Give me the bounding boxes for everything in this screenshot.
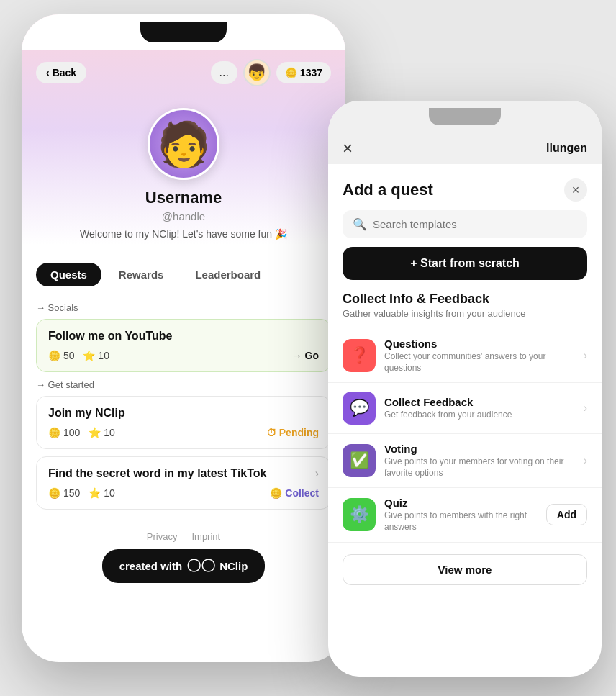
template-name-feedback: Collect Feedback (384, 396, 575, 408)
phone1-header: ‹ Back ... 👦 🪙 1337 (22, 50, 345, 95)
phone2-top-bar: × llungen (328, 132, 602, 164)
header-right: ... 👦 🪙 1337 (211, 59, 331, 86)
footer-links: Privacy Imprint (147, 531, 220, 542)
template-arrow-voting: › (584, 454, 587, 467)
view-more-row: View more (328, 543, 602, 597)
phone-left: ‹ Back ... 👦 🪙 1337 🧑 Username @handle W… (22, 14, 345, 662)
quest-meta-join: 🪙 100 ⭐ 10 ⏱ Pending (48, 427, 319, 438)
modal-title: Add a quest (343, 181, 433, 199)
phone1-notch-bar (22, 14, 345, 50)
template-name-quiz: Quiz (384, 497, 538, 509)
quest-action-collect[interactable]: 🪙 Collect (270, 487, 319, 499)
stars-reward-tiktok: ⭐ 10 (89, 487, 114, 499)
back-button[interactable]: ‹ Back (36, 62, 86, 83)
template-text-questions: Questions Collect your communities' answ… (384, 338, 575, 374)
modal-close-button[interactable]: × (564, 178, 587, 202)
tab-quests[interactable]: Quests (36, 263, 101, 286)
questions-icon: ❓ (343, 339, 376, 372)
created-label: created with (119, 560, 183, 572)
privacy-link[interactable]: Privacy (147, 531, 178, 542)
template-add-quiz-button[interactable]: Add (546, 504, 587, 525)
coins-reward: 🪙 50 (48, 350, 74, 361)
profile-username: Username (145, 189, 222, 207)
avatar[interactable]: 👦 (243, 59, 271, 86)
quest-card-join[interactable]: Join my NClip 🪙 100 ⭐ 10 ⏱ Pending (36, 396, 331, 449)
template-name-questions: Questions (384, 338, 575, 350)
quest-meta-youtube: 🪙 50 ⭐ 10 → Go (48, 350, 319, 361)
feedback-icon: 💬 (343, 392, 376, 425)
phone2-back-button[interactable]: × (343, 138, 353, 158)
quest-section: → Socials Follow me on YouTube 🪙 50 ⭐ 10… (22, 302, 345, 510)
section-label-getstarted: → Get started (36, 379, 331, 390)
template-text-quiz: Quiz Give points to members with the rig… (384, 497, 538, 533)
template-arrow-feedback: › (584, 402, 587, 415)
template-list: ❓ Questions Collect your communities' an… (328, 329, 602, 543)
brand-name: NClip (219, 560, 248, 572)
template-desc-questions: Collect your communities' answers to you… (384, 351, 575, 374)
quest-rewards-tiktok: 🪙 150 ⭐ 10 (48, 487, 115, 499)
quiz-icon: ⚙️ (343, 498, 376, 531)
template-name-voting: Voting (384, 443, 575, 455)
profile-avatar: 🧑 (148, 108, 219, 180)
quest-meta-tiktok: 🪙 150 ⭐ 10 🪙 Collect (48, 487, 319, 499)
back-label: Back (53, 67, 76, 78)
imprint-link[interactable]: Imprint (191, 531, 220, 542)
search-icon: 🔍 (353, 217, 367, 231)
quest-title-join: Join my NClip (48, 407, 319, 420)
options-button[interactable]: ... (211, 61, 237, 84)
coins-reward-tiktok: 🪙 150 (48, 487, 80, 499)
coins-reward-join: 🪙 100 (48, 427, 80, 438)
phone2-top-title: llungen (546, 142, 587, 155)
coins-badge: 🪙 1337 (276, 62, 331, 83)
tab-leaderboard[interactable]: Leaderboard (181, 263, 275, 286)
template-text-feedback: Collect Feedback Get feedback from your … (384, 396, 575, 421)
template-item-feedback[interactable]: 💬 Collect Feedback Get feedback from you… (328, 383, 602, 434)
section-title-area: Collect Info & Feedback Gather valuable … (328, 291, 602, 329)
section-label-socials: → Socials (36, 302, 331, 313)
start-from-scratch-button[interactable]: + Start from scratch (343, 247, 587, 280)
search-input[interactable] (373, 218, 577, 230)
quest-card-tiktok[interactable]: Find the secret word in my latest TikTok… (36, 456, 331, 510)
template-item-voting[interactable]: ✅ Voting Give points to your members for… (328, 434, 602, 488)
search-bar[interactable]: 🔍 (343, 210, 587, 238)
phone1-content: 🧑 Username @handle Welcome to my NClip! … (22, 50, 345, 662)
phone1-notch (140, 22, 227, 42)
quest-card-youtube[interactable]: Follow me on YouTube 🪙 50 ⭐ 10 → Go (36, 319, 331, 372)
tab-rewards[interactable]: Rewards (104, 263, 178, 286)
template-desc-voting: Give points to your members for voting o… (384, 456, 575, 479)
quest-title-tiktok: Find the secret word in my latest TikTok (48, 467, 309, 480)
template-text-voting: Voting Give points to your members for v… (384, 443, 575, 479)
quest-arrow-tiktok: › (315, 467, 319, 480)
quest-title-youtube: Follow me on YouTube (48, 330, 319, 343)
quest-action-pending: ⏱ Pending (266, 427, 319, 438)
template-item-questions[interactable]: ❓ Questions Collect your communities' an… (328, 329, 602, 383)
coins-value: 🪙 1337 (285, 67, 322, 78)
phone-right: × llungen Add a quest × 🔍 + Start from s… (328, 101, 602, 677)
phone2-notch (429, 108, 501, 125)
modal-header: Add a quest × (328, 164, 602, 210)
voting-icon: ✅ (343, 444, 376, 477)
back-chevron-icon: ‹ (46, 67, 50, 78)
stars-reward-join: ⭐ 10 (89, 427, 114, 438)
created-badge: created with 〇〇 NClip (102, 549, 266, 583)
quest-action-go[interactable]: → Go (292, 350, 319, 361)
profile-handle: @handle (162, 210, 205, 222)
quest-rewards-join: 🪙 100 ⭐ 10 (48, 427, 115, 438)
profile-bio: Welcome to my NClip! Let's have some fun… (58, 228, 309, 240)
phone2-notch-bar (328, 101, 602, 132)
phone2-content: Add a quest × 🔍 + Start from scratch Col… (328, 164, 602, 677)
stars-reward: ⭐ 10 (83, 350, 109, 361)
section-subtitle: Gather valuable insights from your audie… (343, 308, 587, 319)
brand-logo-icon: 〇〇 (186, 556, 215, 576)
template-desc-quiz: Give points to members with the right an… (384, 510, 538, 533)
template-arrow-questions: › (584, 349, 587, 362)
template-desc-feedback: Get feedback from your audience (384, 410, 575, 421)
view-more-button[interactable]: View more (343, 554, 587, 585)
phone1-footer: Privacy Imprint created with 〇〇 NClip (22, 517, 345, 597)
template-item-quiz[interactable]: ⚙️ Quiz Give points to members with the … (328, 488, 602, 542)
tabs-row: Quests Rewards Leaderboard (22, 254, 345, 295)
quest-rewards-youtube: 🪙 50 ⭐ 10 (48, 350, 109, 361)
section-main-title: Collect Info & Feedback (343, 291, 587, 307)
